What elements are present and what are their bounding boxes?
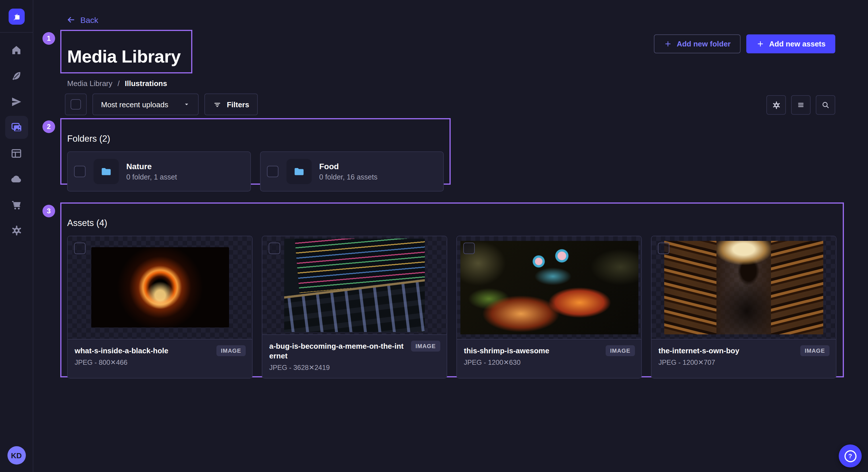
breadcrumb-parent[interactable]: Media Library xyxy=(67,79,113,88)
sidebar-nav xyxy=(5,38,28,245)
asset-card-shrimp[interactable]: this-shrimp-is-awesome JPEG - 1200✕630 I… xyxy=(456,235,642,378)
asset-checkbox[interactable] xyxy=(269,242,280,254)
sidebar-item-content-manager[interactable] xyxy=(5,64,28,87)
select-all-checkbox-wrapper[interactable] xyxy=(65,94,87,115)
folder-icon xyxy=(100,165,113,177)
asset-card-bug-meme[interactable]: a-bug-is-becoming-a-meme-on-the-internet… xyxy=(262,235,447,378)
sidebar-divider xyxy=(0,32,33,33)
configure-view-button[interactable] xyxy=(766,95,786,115)
breadcrumb: Media Library / Illustrations xyxy=(67,79,185,88)
app: KD Back 1 Media Library Media Library / … xyxy=(0,0,868,472)
list-icon xyxy=(796,100,805,109)
layout-icon xyxy=(10,147,22,159)
folder-checkbox[interactable] xyxy=(74,165,86,177)
annotation-box-3: 3 Assets (4) what-s-inside-a-black-hole … xyxy=(60,202,844,377)
sidebar-item-content-type-builder[interactable] xyxy=(5,142,28,165)
asset-card-internets-own-boy[interactable]: the-internet-s-own-boy JPEG - 1200✕707 I… xyxy=(651,235,836,378)
sidebar-item-marketplace[interactable] xyxy=(5,193,28,216)
folder-card-nature[interactable]: Nature 0 folder, 1 asset xyxy=(67,151,251,191)
strapi-logo-button[interactable] xyxy=(8,9,24,25)
asset-type-badge: IMAGE xyxy=(606,345,635,356)
folders-heading: Folders (2) xyxy=(67,134,444,144)
view-options xyxy=(766,95,835,115)
asset-meta: JPEG - 1200✕707 xyxy=(658,358,829,366)
back-link[interactable]: Back xyxy=(66,15,98,25)
search-button[interactable] xyxy=(816,95,835,115)
toolbar: Most recent uploads Filters xyxy=(65,94,258,115)
asset-checkbox[interactable] xyxy=(658,242,670,254)
annotation-box-1: 1 Media Library Media Library / Illustra… xyxy=(60,30,192,73)
asset-type-badge: IMAGE xyxy=(216,345,246,356)
folder-name[interactable]: Nature xyxy=(126,162,177,171)
sort-dropdown[interactable]: Most recent uploads xyxy=(92,94,198,115)
asset-type-badge: IMAGE xyxy=(800,345,830,356)
main-content: Back 1 Media Library Media Library / Ill… xyxy=(33,0,868,472)
add-new-assets-label: Add new assets xyxy=(769,40,826,48)
folders-row: Nature 0 folder, 1 asset Food 0 folder, … xyxy=(67,151,444,191)
filters-label: Filters xyxy=(227,100,249,109)
assets-row: what-s-inside-a-black-hole JPEG - 800✕46… xyxy=(67,235,837,378)
sidebar-item-deploy[interactable] xyxy=(5,167,28,191)
back-label: Back xyxy=(81,15,98,24)
cloud-icon xyxy=(10,173,23,185)
asset-meta: JPEG - 800✕466 xyxy=(74,358,245,366)
add-new-assets-button[interactable]: Add new assets xyxy=(746,34,835,53)
annotation-box-2: 2 Folders (2) Nature 0 folder, 1 asset xyxy=(60,118,451,185)
cart-icon xyxy=(10,199,22,211)
gear-icon xyxy=(771,100,781,110)
select-all-checkbox[interactable] xyxy=(71,99,81,109)
plus-icon xyxy=(756,40,764,48)
breadcrumb-separator: / xyxy=(118,79,120,88)
sidebar-item-settings[interactable] xyxy=(5,219,28,242)
asset-meta: JPEG - 3628✕2419 xyxy=(269,363,440,371)
asset-meta: JPEG - 1200✕630 xyxy=(464,358,634,366)
annotation-badge-2: 2 xyxy=(42,121,55,133)
folder-name[interactable]: Food xyxy=(319,162,377,171)
folder-icon xyxy=(293,165,305,177)
search-icon xyxy=(821,100,830,109)
asset-checkbox[interactable] xyxy=(74,242,86,254)
paper-plane-icon xyxy=(10,96,22,107)
help-button[interactable] xyxy=(839,444,862,467)
add-new-folder-button[interactable]: Add new folder xyxy=(654,34,741,53)
sidebar-item-media-library[interactable] xyxy=(5,116,28,139)
sidebar-item-home[interactable] xyxy=(5,38,28,61)
asset-thumbnail xyxy=(262,236,446,334)
user-avatar[interactable]: KD xyxy=(7,446,26,465)
gear-icon xyxy=(10,224,23,237)
assets-heading: Assets (4) xyxy=(67,218,837,228)
asset-thumbnail xyxy=(68,236,252,339)
folder-tile xyxy=(94,159,119,184)
media-library-icon xyxy=(10,121,23,134)
folder-tile xyxy=(286,159,312,184)
folder-meta: 0 folder, 16 assets xyxy=(319,173,377,181)
list-view-button[interactable] xyxy=(791,95,811,115)
asset-card-black-hole[interactable]: what-s-inside-a-black-hole JPEG - 800✕46… xyxy=(67,235,253,378)
annotation-badge-3: 3 xyxy=(42,205,55,217)
filter-icon xyxy=(213,100,222,109)
sidebar: KD xyxy=(0,0,33,472)
home-icon xyxy=(10,44,22,56)
folder-checkbox[interactable] xyxy=(267,165,278,177)
chevron-down-icon xyxy=(183,101,190,108)
add-new-folder-label: Add new folder xyxy=(677,40,731,48)
folder-card-food[interactable]: Food 0 folder, 16 assets xyxy=(260,151,444,191)
mantis-shrimp-image xyxy=(460,241,638,334)
asset-thumbnail xyxy=(457,236,641,339)
sidebar-item-release[interactable] xyxy=(5,90,28,113)
sort-dropdown-value: Most recent uploads xyxy=(101,100,168,109)
feather-icon xyxy=(10,70,22,82)
library-portrait-image xyxy=(664,241,823,334)
asset-thumbnail xyxy=(652,236,836,339)
plus-icon xyxy=(663,40,672,48)
breadcrumb-current: Illustrations xyxy=(125,79,167,88)
page-title: Media Library xyxy=(67,46,185,67)
header-actions: Add new folder Add new assets xyxy=(654,34,835,53)
black-hole-image xyxy=(91,247,229,328)
asset-checkbox[interactable] xyxy=(463,242,475,254)
filters-button[interactable]: Filters xyxy=(205,94,258,115)
annotation-badge-1: 1 xyxy=(42,32,55,45)
folder-meta: 0 folder, 1 asset xyxy=(126,173,177,181)
question-mark-icon xyxy=(844,450,856,462)
laptop-code-image xyxy=(284,238,425,332)
